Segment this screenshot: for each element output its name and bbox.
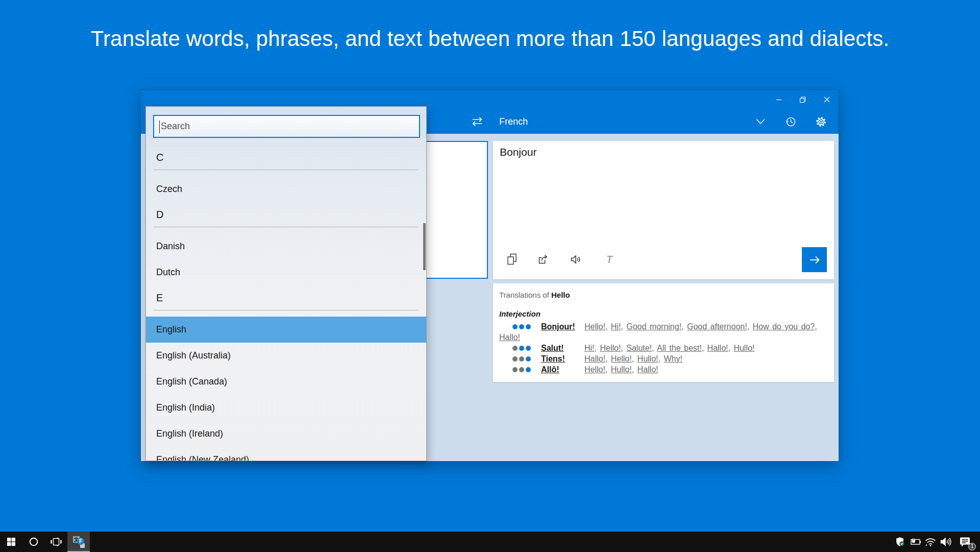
taskbar-translator-app[interactable]: 文 F [67,532,90,552]
start-button[interactable] [0,532,22,552]
translations-prefix: Translations of [499,291,549,299]
language-option[interactable]: English (New Zealand) [146,447,426,461]
cortana-icon [29,537,39,547]
restore-button[interactable] [791,90,815,109]
translation-output-panel: Bonjour T [493,141,834,279]
swap-languages-button[interactable] [467,111,487,132]
part-of-speech-label: Interjection [499,309,822,318]
equivalent-link[interactable]: Hi! [584,344,595,352]
frequency-dot-gray [512,367,518,372]
language-list: CCzechDDanishDutchEEnglishEnglish (Austr… [146,138,426,461]
language-option[interactable]: English (Canada) [146,369,426,395]
translations-panel: Translations of Hello Interjection Bonjo… [493,283,834,382]
translation-entry: Tiens!Hallo!, Hello!, Hullo!, Why! [499,353,822,364]
frequency-dot-blue [526,346,531,351]
frequency-dots [512,321,541,332]
equivalent-link[interactable]: Hallo! [499,333,520,342]
translation-term-link[interactable]: Allô! [541,364,584,375]
translated-text[interactable]: Bonjour [500,146,536,158]
translation-term-link[interactable]: Bonjour! [541,321,584,332]
equivalent-link[interactable]: Good afternoon! [687,322,747,331]
equivalent-link[interactable]: Hullo! [733,344,754,352]
restore-icon [799,96,806,104]
action-center-button[interactable]: 1 [953,532,977,552]
marketing-headline: Translate words, phrases, and text betwe… [0,27,980,51]
settings-button[interactable] [811,111,831,132]
language-search-input[interactable] [154,116,419,137]
equivalent-link[interactable]: Hullo! [638,354,658,363]
language-option[interactable]: Danish [146,233,426,259]
defender-shield-icon [894,536,905,547]
equivalent-link[interactable]: Good morning! [626,322,681,331]
share-button[interactable] [537,253,550,266]
desktop: Translate words, phrases, and text betwe… [0,0,980,552]
equivalent-link[interactable]: How do you do? [753,322,815,331]
defender-tray-button[interactable] [892,532,908,552]
settings-gear-icon [815,116,827,128]
history-button[interactable] [780,111,801,132]
comma-separator: , [632,365,638,374]
comma-separator: , [605,354,611,363]
equivalent-link[interactable]: Hallo! [638,365,658,374]
windows-logo-icon [7,537,16,546]
target-language-label[interactable]: French [499,109,528,134]
wifi-tray-button[interactable] [923,532,938,552]
translation-term-link[interactable]: Salut! [541,343,584,353]
translator-window: French Bonjour [141,90,839,461]
equivalent-link[interactable]: Salute! [626,344,652,352]
speaker-icon [570,253,582,266]
equivalent-link[interactable]: Hello! [584,322,605,331]
comma-separator: , [621,322,626,331]
text-cursor [159,121,160,133]
language-option[interactable]: English [146,317,426,343]
equivalent-link[interactable]: Hallo! [707,344,728,352]
font-style-button[interactable]: T [603,253,616,266]
language-dropdown-button[interactable] [750,111,771,132]
copy-icon [506,253,518,266]
battery-tray-button[interactable] [908,532,923,552]
comma-separator: , [702,344,707,352]
share-icon [537,253,550,266]
arrow-right-icon [808,254,821,266]
speak-button[interactable] [569,253,582,266]
comma-separator: , [747,322,753,331]
chevron-down-icon [755,118,766,125]
font-style-icon: T [606,253,613,266]
equivalent-link[interactable]: Hallo! [584,354,605,363]
equivalent-link[interactable]: Hello! [611,354,632,363]
frequency-dots [512,364,541,375]
close-button[interactable] [815,90,839,109]
task-view-button[interactable] [45,532,67,552]
translation-entries: Bonjour!Hello!, Hi!, Good morning!, Good… [499,321,822,375]
language-option[interactable]: English (Australia) [146,343,426,369]
task-view-icon [51,537,62,546]
equivalent-link[interactable]: All the best! [657,344,702,352]
equivalents-list: Hallo!, Hello!, Hullo!, Why! [584,354,682,363]
language-group-header: D [146,202,426,227]
copy-button[interactable] [505,253,519,266]
translate-button[interactable] [802,247,827,272]
equivalent-link[interactable]: Hello! [600,344,621,352]
volume-tray-button[interactable] [938,532,953,552]
language-option[interactable]: Dutch [146,259,426,285]
translation-entry: Salut!Hi!, Hello!, Salute!, All the best… [499,343,822,353]
frequency-dots [512,343,541,353]
language-search-box[interactable] [153,115,420,138]
equivalent-link[interactable]: Hi! [611,322,621,331]
close-icon [823,96,830,103]
language-option[interactable]: English (Ireland) [146,421,426,447]
equivalent-link[interactable]: Why! [664,354,682,363]
language-option[interactable]: Czech [146,176,426,202]
dropdown-scrollbar-thumb[interactable] [423,223,426,270]
swap-icon [471,115,484,128]
equivalent-link[interactable]: Hullo! [611,365,632,374]
translator-app-icon: 文 F [72,536,85,548]
minimize-button[interactable] [767,90,791,109]
translation-term-link[interactable]: Tiens! [541,353,584,364]
comma-separator: , [605,322,611,331]
language-option[interactable]: English (India) [146,395,426,421]
frequency-dot-blue [526,367,531,372]
equivalent-link[interactable]: Hello! [584,365,605,374]
cortana-button[interactable] [22,532,45,552]
taskbar: 文 F 1 [0,532,980,552]
